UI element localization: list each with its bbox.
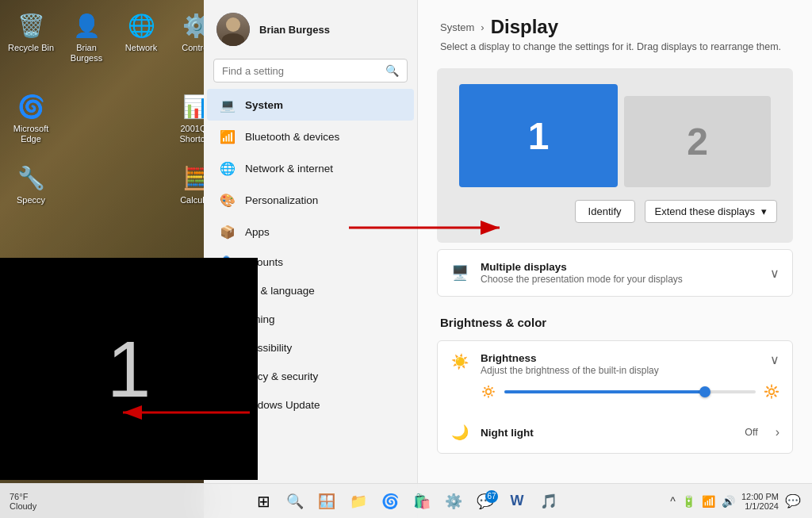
display-2-label: 2 bbox=[687, 120, 708, 163]
multiple-displays-chevron: ∨ bbox=[770, 266, 779, 281]
user-avatar bbox=[216, 13, 250, 46]
night-light-value: Off bbox=[745, 427, 757, 438]
brightness-desc: Adjust the brightness of the built-in di… bbox=[481, 365, 759, 376]
edge-taskbar-button[interactable]: 🌀 bbox=[376, 487, 404, 516]
weather-cond: Cloudy bbox=[10, 501, 36, 511]
tray-chevron-icon[interactable]: ^ bbox=[668, 493, 677, 509]
chat-button[interactable]: 💬 67 bbox=[471, 487, 500, 516]
battery-icon[interactable]: 🔋 bbox=[680, 493, 697, 509]
night-light-title: Night light bbox=[481, 427, 733, 439]
search-taskbar-button[interactable]: 🔍 bbox=[281, 487, 309, 516]
control-label: Control bbox=[182, 43, 206, 53]
sun-high-icon: 🔆 bbox=[764, 384, 779, 399]
calc-label: Calcul... bbox=[180, 195, 206, 205]
display-preview-section: 1 2 Identify Extend these displays ▾ bbox=[437, 68, 793, 243]
network-nav-icon: 🌐 bbox=[220, 160, 236, 176]
network-tray-icon[interactable]: 📶 bbox=[700, 493, 717, 509]
nav-item-personalization[interactable]: 🎨 Personalization bbox=[207, 184, 414, 216]
nav-item-network[interactable]: 🌐 Network & internet bbox=[207, 152, 414, 184]
nav-item-apps[interactable]: 📦 Apps bbox=[207, 216, 414, 247]
brightness-chevron: ∨ bbox=[770, 352, 779, 367]
brightness-section: ☀️ Brightness Adjust the brightness of t… bbox=[437, 340, 793, 454]
network-icon: 🌐 bbox=[125, 10, 157, 41]
brightness-row: ☀️ Brightness Adjust the brightness of t… bbox=[438, 341, 792, 412]
clock[interactable]: 12:00 PM 1/1/2024 bbox=[741, 492, 779, 511]
settings-search-box[interactable]: 🔍 bbox=[213, 59, 408, 82]
apps-icon: 📦 bbox=[220, 224, 236, 240]
taskbar-right: ^ 🔋 📶 🔊 12:00 PM 1/1/2024 💬 bbox=[668, 492, 802, 511]
chevron-down-icon: ▾ bbox=[761, 205, 767, 217]
spotify-button[interactable]: 🎵 bbox=[534, 487, 563, 516]
user-profile[interactable]: Brian Burgess bbox=[204, 0, 417, 56]
system-tray: ^ 🔋 📶 🔊 bbox=[668, 493, 737, 509]
multiple-displays-title: Multiple displays bbox=[481, 261, 759, 273]
desktop-icon-calc[interactable]: 🧮 Calcul... bbox=[168, 159, 206, 209]
nav-item-system[interactable]: 💻 System bbox=[207, 89, 414, 121]
desktop-icon-edge[interactable]: 🌀 Microsoft Edge bbox=[3, 87, 59, 148]
slider-fill bbox=[504, 390, 706, 393]
brightness-header: ☀️ Brightness Adjust the brightness of t… bbox=[450, 352, 779, 376]
extend-label: Extend these displays bbox=[655, 205, 755, 217]
night-light-row[interactable]: 🌙 Night light Off › bbox=[438, 412, 792, 453]
desktop-icon-recycle-bin[interactable]: 🗑️ Recycle Bin bbox=[3, 6, 59, 56]
shortcut-label: 2001Q1 Shortc... bbox=[171, 124, 206, 144]
settings-taskbar-button[interactable]: ⚙️ bbox=[439, 487, 468, 516]
display-box-2[interactable]: 2 bbox=[624, 96, 771, 187]
file-explorer-icon: 📁 bbox=[350, 493, 367, 510]
word-button[interactable]: W bbox=[503, 487, 531, 516]
desktop-icon-brian[interactable]: 👤 Brian Burgess bbox=[59, 6, 114, 67]
desktop-icon-control[interactable]: ⚙️ Control bbox=[168, 6, 206, 56]
brightness-icon: ☀️ bbox=[450, 352, 469, 371]
identify-button[interactable]: Identify bbox=[575, 200, 635, 223]
spotify-icon: 🎵 bbox=[540, 493, 557, 510]
search-taskbar-icon: 🔍 bbox=[286, 493, 304, 510]
control-icon: ⚙️ bbox=[180, 10, 206, 41]
extend-dropdown[interactable]: Extend these displays ▾ bbox=[645, 200, 777, 223]
display-box-1[interactable]: 1 bbox=[459, 84, 618, 187]
desktop-icon-speccy[interactable]: 🔧 Speccy bbox=[3, 159, 59, 209]
nav-item-bluetooth[interactable]: 📶 Bluetooth & devices bbox=[207, 121, 414, 152]
multiple-displays-icon: 🖥️ bbox=[450, 263, 469, 282]
desktop-icon-network[interactable]: 🌐 Network bbox=[113, 6, 169, 56]
avatar-image bbox=[216, 13, 250, 46]
slider-thumb[interactable] bbox=[699, 386, 710, 397]
brightness-slider[interactable] bbox=[504, 390, 756, 393]
display-1-label: 1 bbox=[528, 114, 550, 158]
nav-label-network: Network & internet bbox=[245, 163, 333, 175]
multiple-displays-desc: Choose the presentation mode for your di… bbox=[481, 274, 759, 285]
start-button[interactable]: ⊞ bbox=[249, 487, 278, 516]
nav-label-system: System bbox=[245, 99, 283, 111]
notification-icon[interactable]: 💬 bbox=[783, 492, 802, 510]
sound-icon[interactable]: 🔊 bbox=[720, 493, 737, 509]
clock-date: 1/1/2024 bbox=[741, 501, 779, 511]
nav-label-apps: Apps bbox=[245, 226, 270, 238]
brian-label: Brian Burgess bbox=[62, 43, 111, 63]
edge-taskbar-icon: 🌀 bbox=[381, 493, 399, 510]
chat-badge: 67 bbox=[485, 490, 498, 503]
bluetooth-icon: 📶 bbox=[220, 129, 236, 144]
brightness-text: Brightness Adjust the brightness of the … bbox=[481, 352, 759, 376]
multiple-displays-row[interactable]: 🖥️ Multiple displays Choose the presenta… bbox=[438, 250, 792, 296]
task-view-button[interactable]: 🪟 bbox=[312, 487, 341, 516]
personalization-icon: 🎨 bbox=[220, 192, 236, 208]
page-title: Display bbox=[491, 16, 558, 38]
breadcrumb-system: System bbox=[440, 21, 474, 33]
brightness-slider-row: 🔅 🔆 bbox=[450, 384, 779, 399]
page-subtitle: Select a display to change the settings … bbox=[440, 41, 790, 52]
edge-icon: 🌀 bbox=[15, 90, 47, 122]
night-light-icon: 🌙 bbox=[450, 423, 469, 442]
shortcut-icon: 📊 bbox=[180, 90, 206, 122]
displays-row: 1 2 bbox=[453, 84, 777, 187]
settings-search-input[interactable] bbox=[222, 65, 379, 77]
start-icon: ⊞ bbox=[257, 492, 270, 511]
speccy-icon: 🔧 bbox=[15, 162, 47, 194]
avatar-body bbox=[222, 33, 244, 46]
store-button[interactable]: 🛍️ bbox=[408, 487, 436, 516]
system-icon: 💻 bbox=[220, 97, 236, 113]
file-explorer-button[interactable]: 📁 bbox=[344, 487, 373, 516]
display-1-overlay: 1 bbox=[0, 258, 258, 480]
task-view-icon: 🪟 bbox=[318, 493, 335, 510]
desktop-icon-shortcut[interactable]: 📊 2001Q1 Shortc... bbox=[168, 87, 206, 148]
taskbar-left: 76°F Cloudy bbox=[10, 492, 43, 511]
display-1-number: 1 bbox=[107, 324, 151, 415]
